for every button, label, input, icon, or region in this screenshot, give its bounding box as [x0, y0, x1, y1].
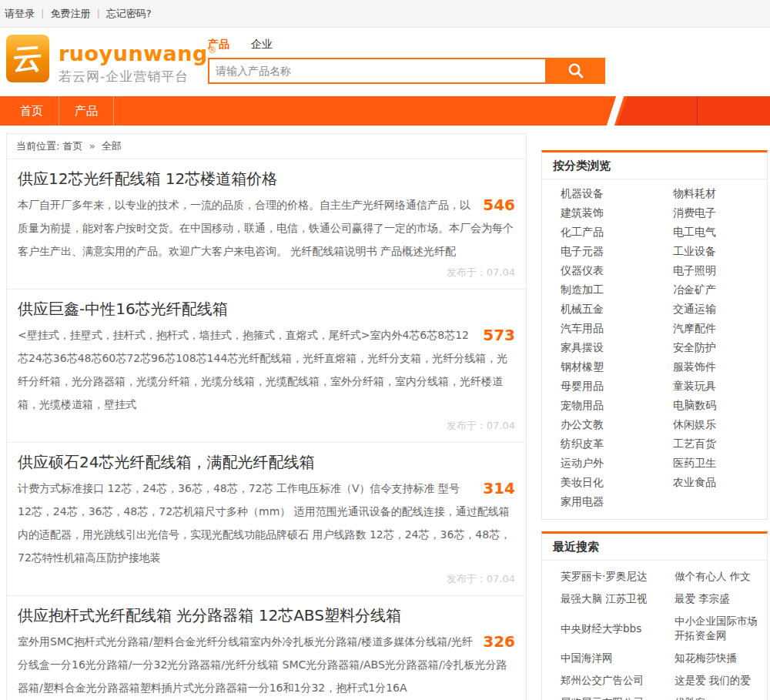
- recent-search-link[interactable]: 优胜客: [675, 692, 759, 700]
- recent-panel-title: 最近搜索: [542, 534, 767, 561]
- product-body: 326 室外用SMC抱杆式光分路箱/塑料合金光纤分线箱室内外冷扎板光分路箱/楼道…: [18, 630, 515, 699]
- product-description: 本厂自开厂多年来，以专业的技术，一流的品质，合理的价格。自主生产光纤网络通信产品…: [18, 199, 514, 257]
- category-link[interactable]: 母婴用品: [542, 377, 654, 396]
- category-link[interactable]: 交通运输: [654, 300, 767, 319]
- category-link[interactable]: 运动户外: [542, 454, 654, 473]
- search-button[interactable]: [547, 58, 605, 84]
- category-link[interactable]: 办公文教: [542, 415, 654, 434]
- search-area: 产品 企业: [208, 38, 605, 84]
- product-list-panel: 当前位置: 首页 » 全部 供应12芯光纤配线箱 12芯楼道箱价格 546 本厂…: [6, 133, 527, 700]
- category-link[interactable]: 童装玩具: [654, 377, 767, 396]
- site-logo[interactable]: 云 ruoyunwang® 若云网-企业营销平台: [6, 35, 217, 85]
- topbar: 请登录 | 免费注册 | 忘记密码?: [0, 0, 770, 28]
- recent-search-link[interactable]: 中央财经大学bbs: [561, 618, 668, 640]
- product-item: 供应12芯光纤配线箱 12芯楼道箱价格 546 本厂自开厂多年来，以专业的技术，…: [7, 159, 526, 289]
- main-nav: 首页 产品: [0, 96, 770, 126]
- category-link[interactable]: 工业设备: [654, 242, 767, 261]
- product-title[interactable]: 供应硕石24芯光纤配线箱，满配光纤配线箱: [18, 452, 515, 472]
- logo-subtitle: 若云网-企业营销平台: [59, 68, 217, 85]
- product-publish-date: 发布于：07.04: [18, 266, 515, 280]
- category-link[interactable]: 建筑装饰: [542, 203, 654, 223]
- category-link[interactable]: 纺织皮革: [542, 434, 654, 454]
- breadcrumb-current: 全部: [102, 140, 122, 152]
- nav-item[interactable]: 首页: [5, 96, 59, 126]
- recent-search-link[interactable]: 最强大脑 江苏卫视: [561, 588, 668, 610]
- category-grid: 机器设备 物料耗材 建筑装饰 消费电子 化工产品 电工电气 电子元器 工业设备: [542, 179, 767, 519]
- magnifier-icon: [567, 62, 585, 80]
- nav-banner-divider: [697, 96, 698, 126]
- recent-search-link[interactable]: 郑州公交广告公司: [561, 669, 668, 692]
- search-bar: [208, 58, 605, 84]
- topbar-separator: |: [96, 8, 99, 19]
- topbar-link[interactable]: 免费注册: [50, 7, 90, 21]
- breadcrumb-home-link[interactable]: 首页: [63, 140, 83, 152]
- category-link[interactable]: 医药卫生: [654, 454, 767, 473]
- recent-search-link[interactable]: 展览展示有限公司: [561, 692, 668, 700]
- category-link[interactable]: 美妆日化: [542, 473, 654, 492]
- category-link[interactable]: 服装饰件: [654, 357, 767, 377]
- category-link[interactable]: 电子照明: [654, 261, 767, 280]
- category-link[interactable]: 制造加工: [542, 280, 654, 300]
- category-link[interactable]: 机械五金: [542, 300, 654, 319]
- recent-search-panel: 最近搜索 芙罗丽卡·罗奥尼达 做个有心人 作文 最强大脑 江苏卫视 最爱 李宗盛…: [541, 531, 768, 700]
- category-link[interactable]: 冶金矿产: [654, 280, 767, 300]
- category-link[interactable]: 农业食品: [654, 473, 767, 492]
- recent-search-link[interactable]: 知花梅莎快播: [675, 647, 759, 669]
- category-link[interactable]: 家具摆设: [542, 338, 654, 357]
- recent-search-link[interactable]: 中小企业国际市场开拓资金网: [675, 610, 759, 647]
- recent-search-link[interactable]: 芙罗丽卡·罗奥尼达: [561, 565, 668, 588]
- recent-search-link[interactable]: 做个有心人 作文: [675, 565, 759, 588]
- content: 当前位置: 首页 » 全部 供应12芯光纤配线箱 12芯楼道箱价格 546 本厂…: [0, 126, 770, 700]
- sidebar: 按分类浏览 机器设备 物料耗材 建筑装饰 消费电子 化工产品 电工电气: [541, 150, 768, 700]
- topbar-link[interactable]: 请登录: [5, 7, 35, 21]
- product-title[interactable]: 供应12芯光纤配线箱 12芯楼道箱价格: [18, 169, 515, 189]
- topbar-separator: |: [41, 8, 44, 19]
- product-price: 573: [483, 323, 515, 347]
- category-link[interactable]: 安全防护: [654, 338, 767, 357]
- breadcrumb: 当前位置: 首页 » 全部: [7, 134, 526, 159]
- category-link[interactable]: 消费电子: [654, 203, 767, 223]
- category-link[interactable]: 宠物用品: [542, 396, 654, 415]
- product-description: <壁挂式，挂壁式，挂杆式，抱杆式，墙挂式，抱箍式，直熔式，尾纤式>室内外4芯6芯…: [18, 329, 507, 410]
- category-link[interactable]: 仪器仪表: [542, 261, 654, 280]
- category-link[interactable]: 电工电气: [654, 223, 767, 242]
- search-input[interactable]: [208, 58, 547, 84]
- product-title[interactable]: 供应抱杆式光纤配线箱 光分路器箱 12芯ABS塑料分线箱: [18, 605, 515, 625]
- category-browse-panel: 按分类浏览 机器设备 物料耗材 建筑装饰 消费电子 化工产品 电工电气: [541, 150, 768, 520]
- recent-search-link[interactable]: 最爱 李宗盛: [675, 588, 759, 610]
- nav-right-banner: [617, 96, 770, 126]
- category-link[interactable]: 汽摩配件: [654, 319, 767, 338]
- search-tab[interactable]: 企业: [251, 38, 273, 52]
- search-tabs: 产品 企业: [208, 38, 605, 52]
- logo-name: ruoyunwang®: [59, 39, 217, 65]
- logo-text: ruoyunwang® 若云网-企业营销平台: [59, 35, 217, 85]
- logo-cloud-icon: 云: [6, 35, 49, 82]
- category-link[interactable]: 电脑数码: [654, 396, 767, 415]
- breadcrumb-prefix: 当前位置:: [16, 140, 59, 152]
- category-link[interactable]: 工艺百货: [654, 434, 767, 454]
- recent-search-link[interactable]: 中国海洋网: [561, 647, 668, 669]
- category-link[interactable]: 汽车用品: [542, 319, 654, 338]
- recent-search-grid: 芙罗丽卡·罗奥尼达 做个有心人 作文 最强大脑 江苏卫视 最爱 李宗盛 中央财经…: [542, 561, 767, 700]
- product-price: 546: [483, 193, 515, 216]
- recent-search-link[interactable]: 这是爱 我们的爱: [675, 669, 759, 692]
- logo-glyph: 云: [12, 38, 43, 79]
- topbar-link[interactable]: 忘记密码?: [106, 7, 152, 21]
- search-tab[interactable]: 产品: [208, 38, 229, 52]
- page: 请登录 | 免费注册 | 忘记密码? 云 ruoyunwang® 若云网-企业营…: [0, 0, 770, 700]
- category-link[interactable]: 钢材橡塑: [542, 357, 654, 377]
- product-body: 314 计费方式标准接口 12芯，24芯，36芯，48芯，72芯 工作电压标准（…: [18, 477, 515, 569]
- product-publish-date: 发布于：07.04: [18, 572, 515, 586]
- nav-item[interactable]: 产品: [59, 96, 114, 126]
- category-link[interactable]: 休闲娱乐: [654, 415, 767, 434]
- category-link[interactable]: 化工产品: [542, 223, 654, 242]
- product-item: 供应硕石24芯光纤配线箱，满配光纤配线箱 314 计费方式标准接口 12芯，24…: [7, 442, 526, 595]
- category-link[interactable]: 机器设备: [542, 184, 654, 203]
- category-link[interactable]: 电子元器: [542, 242, 654, 261]
- product-title[interactable]: 供应巨鑫-中性16芯光纤配线箱: [18, 299, 515, 319]
- category-link[interactable]: 物料耗材: [654, 184, 767, 203]
- category-panel-title: 按分类浏览: [542, 152, 767, 179]
- product-price: 326: [483, 630, 515, 653]
- category-link[interactable]: 家用电器: [542, 492, 654, 511]
- product-item: 供应抱杆式光纤配线箱 光分路器箱 12芯ABS塑料分线箱 326 室外用SMC抱…: [7, 595, 526, 700]
